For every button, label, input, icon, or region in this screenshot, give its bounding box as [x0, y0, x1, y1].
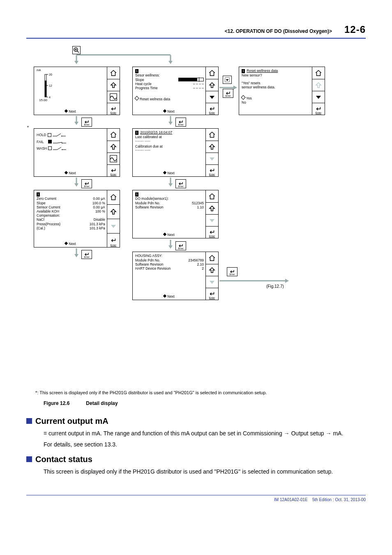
svg-line-23 [57, 142, 62, 143]
enter-button[interactable]: Enter [107, 165, 120, 176]
select-button-icon [223, 76, 232, 84]
svg-marker-38 [210, 96, 214, 99]
paragraph: For details, see section 13.3. [44, 440, 366, 449]
home-button[interactable] [206, 67, 218, 79]
up-button[interactable] [107, 79, 120, 91]
arrow-down-icon [74, 178, 79, 187]
panel-reset-wellness: 1 Reset wellness data New sensor? "Yes" … [239, 67, 325, 115]
svg-marker-45 [210, 157, 214, 161]
label: FAIL [37, 140, 44, 144]
sensor-tag: 1 [135, 69, 138, 73]
svg-marker-47 [168, 183, 173, 187]
enter-key-icon: Enter [81, 250, 92, 259]
panel-calibration: 1 2010/02/15 16:04:07 Last calibrated at… [132, 128, 219, 177]
sensor-tag: 1 [135, 192, 138, 197]
svg-rect-7 [45, 81, 46, 97]
svg-marker-37 [168, 61, 173, 64]
up-button[interactable] [206, 203, 218, 215]
panel-current-output: mA 20 12 4 15.00 Next Enter [34, 67, 120, 115]
paragraph: = current output in mA. The range and fu… [44, 429, 366, 438]
panel-housing-assy: HOUSING ASSY: Module Pdn No.23456789 Sof… [132, 252, 219, 300]
enter-key-icon: Enter [227, 267, 238, 276]
down-button[interactable] [312, 91, 325, 103]
section-bullet-icon [26, 456, 32, 462]
section-bullet-icon [26, 418, 32, 424]
down-button[interactable] [206, 91, 218, 103]
trend-button[interactable] [107, 91, 120, 103]
arrow-down-icon [168, 178, 173, 187]
label: WASH [37, 146, 47, 150]
figure-reference: (Fig.12.7) [266, 284, 284, 289]
arrow-down-icon [74, 116, 79, 126]
footnote-text: *: This screen is displayed only if the … [35, 390, 366, 396]
enter-button[interactable]: Enter [107, 234, 120, 247]
chapter-label: <12. OPERATION OF DO (Dissolved Oxygen)> [225, 28, 332, 35]
unit-label: mA [37, 69, 105, 72]
next-label: Next [34, 109, 107, 113]
panel-contact-status: HOLD FAIL WASH Next Enter [34, 128, 120, 177]
page-header: <12. OPERATION OF DO (Dissolved Oxygen)>… [26, 23, 366, 39]
svg-line-27 [57, 147, 61, 150]
svg-marker-17 [74, 122, 78, 125]
svg-marker-51 [210, 281, 214, 284]
svg-marker-40 [233, 86, 237, 90]
sensor-tag: 1 [135, 131, 138, 135]
figure-caption: Figure 12.6Detail display [44, 400, 366, 407]
svg-marker-33 [111, 225, 116, 228]
enter-button[interactable]: Enter [312, 103, 325, 115]
home-button[interactable] [206, 129, 218, 141]
svg-text:12: 12 [49, 84, 52, 87]
section-header: Contact status [26, 454, 366, 465]
svg-marker-44 [168, 122, 173, 125]
enter-key-icon: Enter [81, 179, 92, 188]
enter-button[interactable]: Enter [206, 103, 218, 115]
flow-diagram: mA 20 12 4 15.00 Next Enter Ente [26, 46, 366, 387]
gauge-bar [178, 78, 204, 81]
arrow-down-icon [168, 240, 173, 250]
svg-marker-35 [74, 254, 78, 257]
home-button[interactable] [206, 252, 218, 264]
enter-key-icon: Enter [175, 241, 186, 250]
section-header: Current output mA [26, 416, 366, 427]
enter-button[interactable]: Enter [206, 288, 218, 300]
up-button[interactable] [206, 79, 218, 91]
up-button[interactable] [206, 264, 218, 276]
relay-closed-icon [53, 140, 66, 144]
section-title: Contact status [35, 454, 92, 465]
panel-parameters: 1 Zero Current0.00 µA Slope100.0 % Senso… [34, 190, 120, 247]
home-button[interactable] [107, 190, 120, 205]
down-button-disabled [206, 215, 218, 227]
panel-do-module: 1 DO module(sensor1): Module Pdn No.S123… [132, 190, 219, 238]
enter-button[interactable]: Enter [206, 227, 218, 238]
enter-key-icon: Enter [81, 118, 92, 127]
svg-marker-32 [74, 183, 78, 187]
up-button[interactable] [107, 205, 120, 219]
svg-line-19 [57, 134, 61, 136]
paragraph: This screen is displayed only if the PH2… [44, 467, 366, 476]
section-title: Current output mA [35, 416, 108, 427]
enter-button[interactable]: Enter [206, 165, 218, 176]
up-button[interactable] [206, 141, 218, 153]
svg-marker-53 [285, 279, 289, 283]
enter-key-icon: Enter [175, 118, 186, 127]
sensor-tag: 1 [242, 69, 245, 73]
svg-marker-54 [316, 96, 321, 99]
trend-button[interactable] [107, 153, 120, 165]
svg-marker-48 [210, 219, 214, 222]
enter-key-icon: Enter [223, 89, 233, 98]
svg-text:15.00: 15.00 [39, 98, 48, 101]
down-button-disabled [206, 276, 218, 288]
arrow-down-icon [74, 55, 79, 65]
home-button[interactable] [206, 190, 218, 202]
enter-button[interactable]: Enter [107, 103, 120, 115]
up-button[interactable] [107, 141, 120, 153]
up-button-disabled [312, 79, 325, 91]
svg-marker-50 [168, 245, 173, 249]
down-button-disabled [206, 153, 218, 165]
home-button[interactable] [107, 67, 120, 79]
arrow-right-icon [219, 278, 289, 283]
home-button[interactable] [312, 67, 325, 79]
home-button[interactable] [107, 129, 120, 141]
arrow-down-icon [74, 248, 79, 258]
down-button-disabled [107, 219, 120, 234]
